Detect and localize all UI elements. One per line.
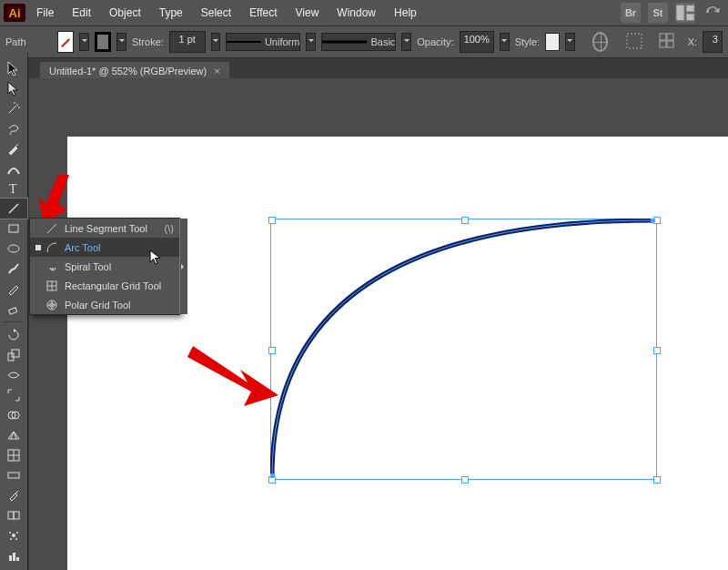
column-graph-tool[interactable]	[0, 545, 27, 565]
svg-rect-12	[9, 225, 18, 232]
flyout-item-polar-grid-tool[interactable]: Polar Grid Tool	[30, 295, 179, 314]
polar-icon	[45, 298, 59, 312]
flyout-item-label: Rectangular Grid Tool	[65, 280, 161, 291]
svg-rect-20	[8, 473, 19, 478]
arrange-icon[interactable]	[675, 3, 695, 23]
fill-swatch[interactable]	[57, 31, 74, 53]
curvature-tool[interactable]	[0, 158, 27, 178]
svg-line-11	[9, 204, 18, 213]
svg-rect-0	[676, 5, 683, 21]
selection-tool[interactable]	[0, 58, 27, 78]
ellipse-tool[interactable]	[0, 239, 27, 259]
opacity-input[interactable]: 100%	[460, 31, 494, 53]
menu-view[interactable]: View	[288, 3, 327, 23]
pen-tool[interactable]	[0, 138, 27, 158]
flyout-item-line-segment-tool[interactable]: Line Segment Tool(\)	[30, 219, 179, 238]
menu-object[interactable]: Object	[102, 3, 148, 23]
line-icon	[45, 221, 59, 236]
perspective-grid-tool[interactable]	[0, 425, 27, 445]
opacity-label: Opacity:	[417, 36, 453, 47]
active-indicator-icon	[35, 245, 41, 250]
transform-icon[interactable]	[659, 33, 677, 51]
align-icon[interactable]	[626, 33, 642, 51]
svg-point-23	[12, 534, 15, 537]
menu-help[interactable]: Help	[387, 3, 424, 23]
stock-icon[interactable]: St	[648, 3, 668, 23]
stroke-dropdown[interactable]	[116, 33, 126, 51]
eyedropper-tool[interactable]	[0, 485, 27, 505]
svg-point-26	[10, 538, 12, 540]
stroke-swatch[interactable]	[95, 32, 111, 52]
svg-text:T: T	[9, 182, 17, 196]
free-transform-tool[interactable]	[0, 385, 27, 405]
brush-definition[interactable]: Basic	[321, 33, 396, 51]
svg-rect-29	[13, 553, 15, 561]
close-tab-button[interactable]: ×	[214, 66, 219, 76]
eraser-tool[interactable]	[0, 299, 27, 319]
grid-icon	[45, 279, 59, 293]
flyout-item-label: Line Segment Tool	[65, 223, 147, 234]
arc-icon	[45, 240, 59, 255]
svg-rect-5	[627, 34, 642, 48]
graphic-style-swatch[interactable]	[545, 33, 559, 51]
recolor-icon[interactable]	[592, 32, 608, 52]
rotate-tool[interactable]	[0, 325, 27, 345]
line-segment-tool[interactable]	[0, 198, 27, 219]
stroke-weight-input[interactable]: 1 pt	[169, 31, 206, 53]
pencil-tool[interactable]	[0, 279, 27, 299]
rectangle-tool[interactable]	[0, 219, 27, 239]
brush-dropdown[interactable]	[401, 33, 411, 51]
svg-point-25	[16, 532, 18, 534]
width-tool[interactable]	[0, 365, 27, 385]
bridge-icon[interactable]: Br	[621, 3, 641, 23]
sync-icon[interactable]	[703, 3, 723, 23]
paintbrush-tool[interactable]	[0, 259, 27, 279]
blend-tool[interactable]	[0, 505, 27, 525]
object-type-label: Path	[5, 36, 26, 47]
opacity-dropdown[interactable]	[500, 33, 510, 51]
svg-rect-21	[8, 512, 14, 519]
menu-window[interactable]: Window	[329, 3, 383, 23]
annotation-arrow-tool	[25, 169, 69, 224]
menu-edit[interactable]: Edit	[65, 3, 98, 23]
flyout-item-rectangular-grid-tool[interactable]: Rectangular Grid Tool	[30, 276, 179, 295]
menu-effect[interactable]: Effect	[242, 3, 284, 23]
svg-rect-2	[686, 14, 693, 20]
x-input[interactable]: 3	[703, 31, 723, 53]
style-label: Style:	[515, 36, 541, 47]
control-bar: Path Stroke: 1 pt Uniform Basic Opacity:…	[0, 26, 728, 58]
svg-rect-28	[9, 555, 12, 561]
shape-builder-tool[interactable]	[0, 405, 27, 425]
mesh-tool[interactable]	[0, 445, 27, 465]
flyout-item-shortcut: (\)	[165, 223, 174, 234]
style-dropdown[interactable]	[565, 33, 575, 51]
svg-rect-22	[14, 512, 19, 519]
lasso-tool[interactable]	[0, 118, 27, 138]
gradient-tool[interactable]	[0, 465, 27, 485]
fill-dropdown[interactable]	[79, 33, 89, 51]
svg-rect-6	[660, 34, 666, 40]
active-indicator-icon	[35, 283, 41, 289]
svg-line-33	[47, 224, 56, 233]
flyout-tearoff-handle[interactable]	[179, 219, 187, 314]
menubar: Ai File Edit Object Type Select Effect V…	[0, 0, 728, 26]
scale-tool[interactable]	[0, 345, 27, 365]
variable-width-profile[interactable]: Uniform	[226, 33, 300, 51]
type-tool[interactable]: T	[0, 178, 27, 198]
symbol-sprayer-tool[interactable]	[0, 525, 27, 545]
profile-dropdown[interactable]	[306, 33, 316, 51]
menu-select[interactable]: Select	[194, 3, 238, 23]
direct-selection-tool[interactable]	[0, 78, 27, 98]
svg-point-24	[9, 532, 11, 534]
stroke-weight-dropdown[interactable]	[211, 33, 221, 51]
menu-file[interactable]: File	[29, 3, 61, 23]
arc-path[interactable]	[270, 219, 655, 478]
app-logo: Ai	[4, 4, 25, 22]
svg-rect-32	[651, 219, 655, 222]
menu-type[interactable]: Type	[152, 3, 190, 23]
active-indicator-icon	[35, 226, 41, 231]
magic-wand-tool[interactable]	[0, 98, 27, 118]
document-tab[interactable]: Untitled-1* @ 552% (RGB/Preview) ×	[40, 62, 229, 80]
flyout-item-label: Arc Tool	[65, 242, 101, 253]
svg-rect-9	[667, 41, 673, 47]
